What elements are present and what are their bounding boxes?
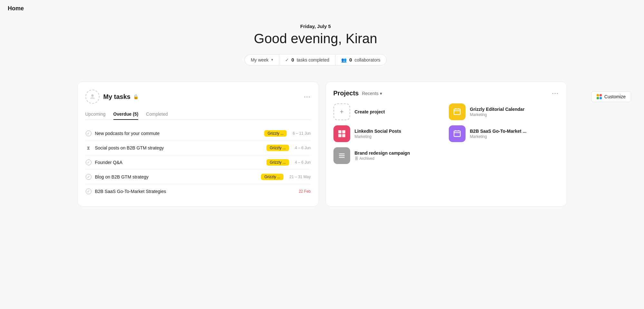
projects-grid: + Create project bbox=[333, 103, 559, 164]
customize-button[interactable]: Customize bbox=[591, 91, 631, 102]
project-name: Grizzly Editorial Calendar bbox=[470, 107, 559, 112]
archived-icon: 🗄 bbox=[355, 157, 358, 160]
people-icon: 👥 bbox=[341, 57, 347, 63]
task-tag[interactable]: Grizzly ... bbox=[264, 130, 287, 137]
hourglass-icon: ⧗ bbox=[85, 145, 92, 151]
collaborators-pill: 👥 0 collaborators bbox=[335, 54, 387, 65]
task-date: 4 – 6 Jun bbox=[295, 160, 311, 165]
task-date: 22 Feb bbox=[299, 189, 311, 194]
task-name: Founder Q&A bbox=[95, 160, 264, 165]
task-date: 21 – 31 May bbox=[289, 175, 311, 179]
task-date: 4 – 6 Jun bbox=[295, 146, 311, 150]
svg-rect-8 bbox=[342, 134, 345, 137]
task-tag[interactable]: Grizzly ... bbox=[261, 174, 284, 180]
list-item[interactable]: Grizzly Editorial Calendar Marketing bbox=[449, 103, 559, 120]
my-week-pill[interactable]: My week ▾ bbox=[245, 54, 279, 65]
task-date: 6 – 11 Jun bbox=[293, 131, 311, 136]
project-subtitle: Marketing bbox=[355, 134, 444, 139]
project-icon-brand bbox=[333, 147, 350, 164]
circle-check-icon: ✓ bbox=[85, 188, 92, 195]
list-item[interactable]: B2B SaaS Go-To-Market ... Marketing bbox=[449, 125, 559, 142]
tasks-count: 0 bbox=[292, 57, 294, 63]
create-project-icon: + bbox=[333, 103, 350, 120]
project-name: Brand redesign campaign bbox=[355, 150, 444, 156]
svg-rect-6 bbox=[342, 130, 345, 133]
circle-check-icon: ✓ bbox=[85, 174, 92, 180]
table-row: ⧗ Social posts on B2B GTM strategy Grizz… bbox=[85, 141, 311, 155]
page-title: Home bbox=[8, 5, 24, 12]
tasks-more-menu[interactable]: ··· bbox=[304, 93, 311, 100]
customize-icon bbox=[597, 94, 602, 99]
recents-label: Recents bbox=[362, 91, 378, 96]
my-tasks-card: My tasks 🔒 ··· Upcoming Overdue (5) Comp… bbox=[77, 82, 319, 207]
task-tag[interactable]: Grizzly ... bbox=[266, 145, 289, 151]
project-name: LinkedIn Social Posts bbox=[355, 129, 444, 134]
svg-point-0 bbox=[91, 94, 93, 97]
table-row: ✓ Founder Q&A Grizzly ... 4 – 6 Jun bbox=[85, 155, 311, 170]
project-name: B2B SaaS Go-To-Market ... bbox=[470, 129, 559, 134]
table-row: ✓ New podcasts for your commute Grizzly … bbox=[85, 126, 311, 141]
projects-title: Projects bbox=[333, 90, 359, 97]
my-week-label: My week bbox=[251, 57, 268, 63]
avatar bbox=[85, 90, 100, 104]
table-row: ✓ B2B SaaS Go-To-Market Strategies 22 Fe… bbox=[85, 184, 311, 198]
collaborators-count: 0 bbox=[349, 57, 352, 63]
tasks-completed-pill: ✓ 0 tasks completed bbox=[279, 54, 335, 65]
project-icon-linkedin bbox=[333, 125, 350, 142]
recents-chevron-icon: ▾ bbox=[380, 91, 382, 96]
project-subtitle: 🗄 Archived bbox=[355, 156, 444, 161]
svg-rect-1 bbox=[454, 109, 460, 114]
task-name: Blog on B2B GTM strategy bbox=[95, 174, 258, 179]
projects-more-menu[interactable]: ··· bbox=[552, 90, 559, 97]
customize-label: Customize bbox=[604, 94, 626, 99]
hero-date: Friday, July 5 bbox=[300, 24, 331, 29]
tab-completed[interactable]: Completed bbox=[146, 109, 168, 120]
task-name: Social posts on B2B GTM strategy bbox=[95, 145, 264, 150]
my-tasks-title: My tasks bbox=[103, 93, 131, 101]
project-name: Create project bbox=[355, 109, 444, 114]
svg-rect-7 bbox=[338, 134, 341, 137]
project-icon-b2b bbox=[449, 125, 466, 142]
svg-rect-9 bbox=[454, 131, 460, 136]
circle-check-icon: ✓ bbox=[85, 159, 92, 166]
projects-card: Projects Recents ▾ ··· + Create project bbox=[325, 82, 567, 207]
check-icon: ✓ bbox=[285, 57, 289, 63]
tab-upcoming[interactable]: Upcoming bbox=[85, 109, 106, 120]
table-row: ✓ Blog on B2B GTM strategy Grizzly ... 2… bbox=[85, 170, 311, 184]
recents-dropdown[interactable]: Recents ▾ bbox=[362, 91, 382, 96]
circle-check-icon: ✓ bbox=[85, 130, 92, 137]
task-list: ✓ New podcasts for your commute Grizzly … bbox=[85, 126, 311, 198]
tasks-tabs: Upcoming Overdue (5) Completed bbox=[85, 109, 311, 120]
chevron-down-icon: ▾ bbox=[271, 58, 273, 62]
list-item[interactable]: + Create project bbox=[333, 103, 444, 120]
project-icon-grizzly bbox=[449, 103, 466, 120]
task-name: New podcasts for your commute bbox=[95, 131, 261, 136]
task-tag[interactable]: Grizzly ... bbox=[266, 159, 289, 166]
task-name: B2B SaaS Go-To-Market Strategies bbox=[95, 189, 293, 194]
list-item[interactable]: LinkedIn Social Posts Marketing bbox=[333, 125, 444, 142]
tab-overdue[interactable]: Overdue (5) bbox=[113, 109, 139, 120]
project-subtitle: Marketing bbox=[470, 134, 559, 139]
hero-greeting: Good evening, Kiran bbox=[254, 31, 377, 46]
svg-rect-5 bbox=[338, 130, 341, 133]
lock-icon: 🔒 bbox=[133, 94, 139, 99]
list-item[interactable]: Brand redesign campaign 🗄 Archived bbox=[333, 147, 444, 164]
collaborators-label: collaborators bbox=[354, 57, 380, 63]
tasks-label: tasks completed bbox=[297, 57, 329, 63]
project-subtitle: Marketing bbox=[470, 112, 559, 117]
